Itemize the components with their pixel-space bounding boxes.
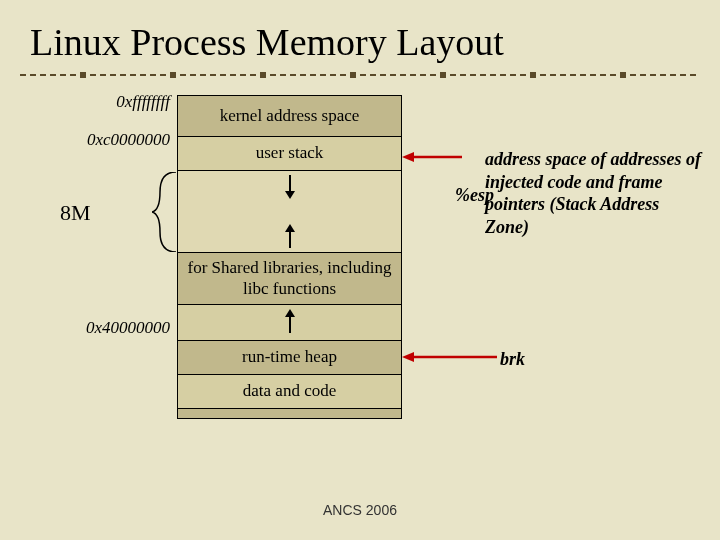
svg-marker-15 [402, 152, 414, 162]
seg-bottom-sliver [177, 409, 402, 419]
arrow-down-icon [283, 175, 297, 199]
brace-8m [152, 172, 178, 252]
svg-rect-6 [530, 72, 536, 78]
arrow-brk [402, 350, 497, 364]
svg-rect-7 [620, 72, 626, 78]
seg-data-and-code: data and code [177, 375, 402, 409]
addr-0x40000000: 0x40000000 [30, 318, 170, 338]
svg-rect-2 [170, 72, 176, 78]
footer-text: ANCS 2006 [0, 502, 720, 518]
seg-heap-growth [177, 305, 402, 341]
addr-0xc0000000: 0xc0000000 [30, 130, 170, 150]
arrow-up-icon [283, 224, 297, 248]
label-esp: %esp [455, 184, 494, 207]
seg-heap: run-time heap [177, 341, 402, 375]
seg-kernel: kernel address space [177, 95, 402, 137]
svg-rect-1 [80, 72, 86, 78]
svg-marker-11 [285, 224, 295, 232]
arrow-esp [402, 150, 462, 164]
addr-0xffffffff: 0xffffffff [30, 92, 170, 112]
seg-shared-libs: for Shared libraries, including libc fun… [177, 253, 402, 305]
svg-rect-5 [440, 72, 446, 78]
decorative-rule [20, 72, 700, 78]
memory-layout-diagram: kernel address space user stack for Shar… [177, 95, 402, 419]
svg-marker-9 [285, 191, 295, 199]
annotation-stack-zone: %esp address space of addresses of injec… [455, 148, 705, 238]
svg-marker-17 [402, 352, 414, 362]
seg-stack-growth [177, 171, 402, 253]
svg-rect-3 [260, 72, 266, 78]
arrow-up-icon [283, 309, 297, 333]
seg-user-stack: user stack [177, 137, 402, 171]
stack-zone-text: address space of addresses of injected c… [485, 148, 705, 238]
svg-marker-13 [285, 309, 295, 317]
label-8m: 8M [60, 200, 91, 226]
annotation-brk: brk [500, 348, 525, 371]
svg-rect-4 [350, 72, 356, 78]
page-title: Linux Process Memory Layout [30, 20, 504, 64]
